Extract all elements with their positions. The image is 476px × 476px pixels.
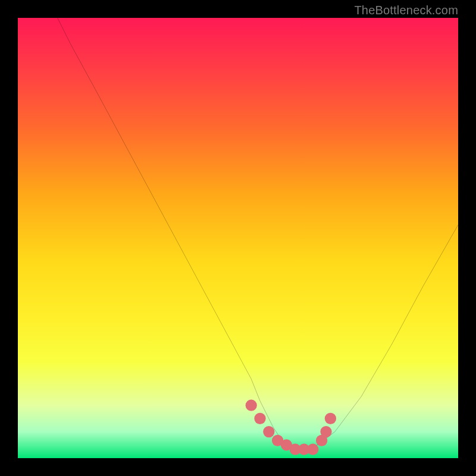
plateau-dot [263,426,274,437]
curve-layer [18,18,458,458]
plateau-dot [320,426,331,437]
plot-area [18,18,458,458]
plateau-dots-group [246,400,336,455]
plateau-dot [246,400,257,411]
plateau-dot [254,413,265,424]
bottleneck-curve-path [58,18,458,449]
plateau-dot [325,413,336,424]
brand-watermark: TheBottleneck.com [354,4,458,17]
chart-frame: TheBottleneck.com [0,0,476,476]
plateau-dot [307,444,318,455]
